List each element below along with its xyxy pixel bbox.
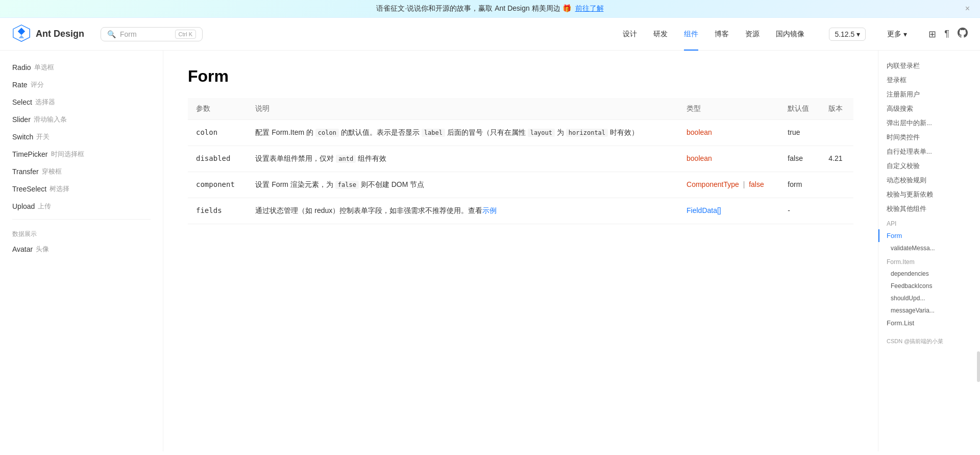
right-sidebar-sub-validate[interactable]: validateMessa... (878, 242, 980, 254)
banner-close-button[interactable]: × (965, 4, 970, 13)
col-param: 参数 (188, 98, 247, 120)
right-sidebar-form-item-section: Form.Item (878, 254, 980, 268)
more-button[interactable]: 更多 ▾ (882, 28, 912, 41)
nav-components[interactable]: 组件 (676, 18, 706, 51)
sidebar-item-avatar[interactable]: Avatar 头像 (0, 241, 163, 258)
top-banner: 语雀征文·说说你和开源的故事，赢取 Ant Design 精美周边 🎁 前往了解… (0, 0, 980, 18)
sidebar-item-switch[interactable]: Switch 开关 (0, 128, 163, 146)
nav-design[interactable]: 设计 (615, 18, 645, 51)
sidebar-item-transfer[interactable]: Transfer 穿梭框 (0, 163, 163, 180)
search-input-text: Form (120, 30, 171, 38)
default-colon: true (779, 120, 820, 146)
param-component: component (188, 172, 247, 198)
version-colon (820, 120, 853, 146)
nav: 设计 研发 组件 博客 资源 国内镜像 (615, 18, 813, 51)
right-sidebar-item-validate-other[interactable]: 校验其他组件 (878, 202, 980, 216)
scrollbar-thumb[interactable] (977, 351, 980, 382)
nav-research[interactable]: 研发 (645, 18, 676, 51)
sidebar-item-select[interactable]: Select 选择器 (0, 93, 163, 111)
logo-text: Ant Design (36, 29, 84, 39)
left-sidebar: Radio 单选框 Rate 评分 Select 选择器 Slider 滑动输入… (0, 51, 163, 451)
api-table: 参数 说明 类型 默认值 版本 colon 配置 Form.Item 的 col… (188, 98, 853, 224)
param-colon: colon (188, 120, 247, 146)
fielddata-link[interactable]: FieldData[] (687, 206, 721, 214)
search-shortcut: Ctrl K (175, 30, 197, 39)
version-chevron-icon: ▾ (856, 30, 860, 38)
right-sidebar-item-advanced-search[interactable]: 高级搜索 (878, 102, 980, 116)
sidebar-item-upload[interactable]: Upload 上传 (0, 198, 163, 215)
param-disabled: disabled (188, 146, 247, 172)
right-sidebar-sub-message[interactable]: messageVaria... (878, 304, 980, 317)
main-content: Form 参数 说明 类型 默认值 版本 colon 配置 Form.Item … (163, 51, 878, 451)
right-sidebar-item-custom-handle[interactable]: 自行处理表单... (878, 145, 980, 159)
table-row: disabled 设置表单组件禁用，仅对 antd 组件有效 boolean f… (188, 146, 853, 172)
desc-disabled: 设置表单组件禁用，仅对 antd 组件有效 (247, 146, 678, 172)
sidebar-item-radio[interactable]: Radio 单选框 (0, 59, 163, 76)
version-disabled: 4.21 (820, 146, 853, 172)
sidebar-item-treeselect[interactable]: TreeSelect 树选择 (0, 180, 163, 198)
layout-icon[interactable]: ⊞ (928, 29, 936, 40)
version-select[interactable]: 5.12.5 ▾ (829, 28, 866, 41)
csdn-note: CSDN @搞前端的小菜 (878, 333, 980, 349)
sidebar-item-timepicker[interactable]: TimePicker 时间选择框 (0, 146, 163, 163)
right-sidebar-item-login[interactable]: 登录框 (878, 73, 980, 87)
desc-colon: 配置 Form.Item 的 colon 的默认值。表示是否显示 label 后… (247, 120, 678, 146)
desc-fields: 通过状态管理（如 redux）控制表单字段，如非强需求不推荐使用。查看示例 (247, 198, 678, 224)
text-direction-icon[interactable]: ¶ (944, 29, 949, 39)
sidebar-section-data: 数据展示 (0, 226, 163, 241)
logo-icon (12, 24, 31, 44)
default-fields: - (779, 198, 820, 224)
right-sidebar-sub-shouldupd[interactable]: shouldUpd... (878, 292, 980, 304)
page-title: Form (188, 67, 853, 86)
right-sidebar-item-register[interactable]: 注册新用户 (878, 87, 980, 102)
main-layout: Radio 单选框 Rate 评分 Select 选择器 Slider 滑动输入… (0, 51, 980, 451)
banner-link[interactable]: 前往了解 (575, 4, 604, 13)
right-sidebar-sub-dependencies[interactable]: dependencies (878, 268, 980, 280)
col-desc: 说明 (247, 98, 678, 120)
desc-component: 设置 Form 渲染元素，为 false 则不创建 DOM 节点 (247, 172, 678, 198)
table-row: component 设置 Form 渲染元素，为 false 则不创建 DOM … (188, 172, 853, 198)
right-sidebar-item-form-list[interactable]: Form.List (878, 317, 980, 329)
right-sidebar-sub-feedback[interactable]: FeedbackIcons (878, 280, 980, 292)
col-default: 默认值 (779, 98, 820, 120)
right-sidebar-item-form[interactable]: Form (878, 229, 980, 242)
nav-blog[interactable]: 博客 (706, 18, 737, 51)
header: Ant Design 🔍 Form Ctrl K 设计 研发 组件 博客 资源 … (0, 18, 980, 51)
github-icon[interactable] (958, 28, 968, 40)
logo[interactable]: Ant Design (12, 24, 84, 44)
right-sidebar-item-inline-login[interactable]: 内联登录栏 (878, 59, 980, 73)
right-sidebar: 内联登录栏 登录框 注册新用户 高级搜索 弹出层中的新... 时间类控件 自行处… (878, 51, 980, 451)
type-component: ComponentType | false (678, 172, 779, 198)
table-row: colon 配置 Form.Item 的 colon 的默认值。表示是否显示 l… (188, 120, 853, 146)
type-fields: FieldData[] (678, 198, 779, 224)
param-fields: fields (188, 198, 247, 224)
header-icons: ⊞ ¶ (928, 28, 968, 40)
search-box[interactable]: 🔍 Form Ctrl K (101, 27, 203, 41)
right-sidebar-item-modal[interactable]: 弹出层中的新... (878, 116, 980, 130)
col-version: 版本 (820, 98, 853, 120)
right-sidebar-item-custom-validate[interactable]: 自定义校验 (878, 159, 980, 173)
search-icon: 🔍 (107, 30, 116, 38)
version-fields (820, 198, 853, 224)
version-component (820, 172, 853, 198)
more-chevron-icon: ▾ (903, 30, 907, 38)
version-text: 5.12.5 (835, 30, 854, 38)
scrollbar-track (878, 351, 980, 354)
sidebar-divider (12, 219, 151, 220)
type-colon: boolean (678, 120, 779, 146)
sidebar-item-slider[interactable]: Slider 滑动输入条 (0, 111, 163, 128)
default-component: form (779, 172, 820, 198)
type-disabled: boolean (678, 146, 779, 172)
right-sidebar-item-validate-deps[interactable]: 校验与更新依赖 (878, 187, 980, 202)
right-sidebar-item-time[interactable]: 时间类控件 (878, 130, 980, 145)
default-disabled: false (779, 146, 820, 172)
banner-text: 语雀征文·说说你和开源的故事，赢取 Ant Design 精美周边 🎁 (376, 4, 571, 13)
col-type: 类型 (678, 98, 779, 120)
right-sidebar-item-dynamic-rules[interactable]: 动态校验规则 (878, 173, 980, 187)
fields-example-link[interactable]: 示例 (482, 206, 497, 214)
right-sidebar-api-section: API (878, 216, 980, 229)
nav-resources[interactable]: 资源 (737, 18, 768, 51)
table-row: fields 通过状态管理（如 redux）控制表单字段，如非强需求不推荐使用。… (188, 198, 853, 224)
sidebar-item-rate[interactable]: Rate 评分 (0, 76, 163, 93)
nav-mirror[interactable]: 国内镜像 (768, 18, 813, 51)
